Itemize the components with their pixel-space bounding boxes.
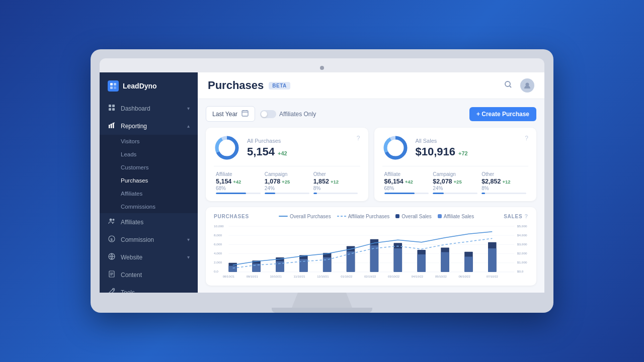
sidebar-item-label-reporting: Reporting — [121, 123, 182, 130]
svg-rect-68 — [370, 245, 379, 272]
svg-rect-0 — [110, 83, 113, 85]
sidebar-logo: LeadDyno — [100, 72, 198, 98]
monitor-base — [272, 308, 372, 313]
beta-badge: BETA — [269, 82, 290, 89]
topbar: Purchases BETA — [198, 72, 544, 99]
sidebar-item-affiliates-sub[interactable]: Affiliates — [100, 187, 198, 200]
dashboard-icon — [108, 104, 116, 113]
sidebar-navigation: Dashboard ▾ Reporting ▴ — [100, 98, 198, 293]
svg-text:0,0: 0,0 — [214, 270, 219, 273]
create-purchase-button[interactable]: + Create Purchase — [469, 107, 536, 121]
sidebar-item-purchases[interactable]: Purchases — [100, 174, 198, 187]
sales-info-icon[interactable]: ? — [525, 135, 528, 142]
affiliates-only-toggle[interactable] — [260, 110, 276, 118]
content-icon — [108, 270, 116, 279]
legend-affiliate-purchases: Affiliate Purchases — [337, 214, 390, 219]
topbar-actions — [502, 78, 534, 93]
search-button[interactable] — [502, 78, 514, 93]
svg-text:$5,000: $5,000 — [517, 225, 527, 227]
affiliates-only-label: Affiliates Only — [279, 111, 316, 118]
sidebar-item-leads[interactable]: Leads — [100, 148, 198, 161]
sidebar-item-commission[interactable]: $ Commission ▾ — [100, 231, 198, 248]
svg-text:$1,000: $1,000 — [517, 261, 527, 264]
sales-other: Other $2,852 +12 8% — [479, 171, 528, 194]
sales-label: All Sales — [416, 138, 468, 144]
commission-icon: $ — [108, 235, 116, 244]
legend-overall-purchases: Overall Purchases — [279, 214, 331, 219]
chevron-down-icon-3: ▾ — [187, 254, 190, 260]
svg-text:06/10/22: 06/10/22 — [459, 276, 470, 278]
affiliates-icon — [108, 218, 116, 226]
sidebar-item-customers[interactable]: Customers — [100, 161, 198, 174]
content-area: Last Year — [198, 99, 544, 293]
purchases-info-icon[interactable]: ? — [357, 135, 360, 142]
calendar-icon — [242, 110, 249, 118]
reporting-icon — [108, 122, 116, 130]
svg-text:04/10/22: 04/10/22 — [412, 276, 423, 278]
page-title-wrap: Purchases BETA — [208, 79, 290, 92]
avatar[interactable] — [520, 78, 534, 93]
filter-bar: Last Year — [206, 106, 536, 122]
sidebar-item-website[interactable]: Website ▾ — [100, 248, 198, 266]
filter-left: Last Year — [206, 106, 316, 122]
website-icon — [108, 253, 116, 261]
svg-text:07/10/22: 07/10/22 — [487, 276, 498, 278]
svg-rect-69 — [394, 248, 403, 272]
svg-rect-70 — [417, 254, 426, 272]
sidebar-item-dashboard[interactable]: Dashboard ▾ — [100, 100, 198, 117]
svg-text:2,000: 2,000 — [214, 261, 222, 264]
svg-rect-62 — [228, 266, 237, 272]
sales-card-top: All Sales $10,916 +72 ? — [382, 135, 529, 161]
purchases-stat-info: All Purchases 5,154 +42 — [247, 138, 287, 158]
purchases-affiliate: Affiliate 5,154 +42 68% — [214, 171, 263, 194]
toggle-knob — [261, 111, 267, 117]
purchases-donut — [214, 135, 240, 161]
sales-stat-card: All Sales $10,916 +72 ? — [374, 128, 537, 201]
svg-text:10,000: 10,000 — [214, 225, 224, 227]
sales-info-icon-chart[interactable]: ? — [524, 213, 528, 219]
sales-delta: +72 — [458, 150, 468, 156]
chart-body: 10,000 8,000 6,000 4,000 2,000 0,0 — [214, 223, 528, 280]
sidebar-item-affiliates[interactable]: Affiliates — [100, 213, 198, 231]
sidebar-item-tools[interactable]: Tools — [100, 284, 198, 293]
chevron-up-icon: ▴ — [187, 123, 190, 129]
monitor-stand — [292, 293, 352, 308]
monitor-screen: LeadDyno Dashboard ▾ — [100, 72, 544, 293]
purchases-card-top: All Purchases 5,154 +42 ? — [214, 135, 360, 161]
sidebar-item-content[interactable]: Content — [100, 266, 198, 284]
sidebar-item-label-commission: Commission — [121, 236, 182, 243]
svg-text:$4,000: $4,000 — [517, 234, 527, 236]
chart-header: PURCHASES Overall Purchases Affiliate Pu… — [214, 213, 528, 219]
logo-text: LeadDyno — [123, 82, 157, 90]
sidebar-item-reporting[interactable]: Reporting ▴ — [100, 117, 198, 135]
sidebar-item-label-content: Content — [121, 272, 190, 279]
date-range-label: Last Year — [212, 111, 237, 118]
affiliates-only-toggle-wrap: Affiliates Only — [260, 110, 316, 118]
sidebar: LeadDyno Dashboard ▾ — [100, 72, 198, 293]
svg-point-11 — [110, 219, 112, 221]
sidebar-item-visitors[interactable]: Visitors — [100, 135, 198, 148]
tools-icon — [108, 288, 116, 293]
svg-rect-5 — [112, 105, 115, 107]
legend-overall-purchases-line — [279, 216, 288, 217]
purchases-stat-card: All Purchases 5,154 +42 ? — [206, 128, 368, 201]
legend-affiliate-sales: Affiliate Sales — [438, 214, 474, 219]
purchases-breakdown: Affiliate 5,154 +42 68% — [214, 166, 360, 194]
svg-text:01/10/22: 01/10/22 — [341, 276, 352, 278]
svg-text:05/10/22: 05/10/22 — [435, 276, 447, 278]
chevron-down-icon-2: ▾ — [187, 237, 190, 242]
svg-text:4,000: 4,000 — [214, 252, 222, 255]
date-range-selector[interactable]: Last Year — [206, 106, 255, 122]
svg-rect-23 — [242, 111, 248, 116]
sidebar-item-commissions[interactable]: Commissions — [100, 200, 198, 213]
svg-text:02/10/22: 02/10/22 — [364, 276, 376, 278]
svg-text:11/10/21: 11/10/21 — [293, 276, 305, 278]
page-title: Purchases — [208, 79, 264, 92]
sales-breakdown: Affiliate $6,154 +42 68% — [382, 166, 529, 194]
chart-card: PURCHASES Overall Purchases Affiliate Pu… — [206, 207, 536, 286]
chevron-down-icon: ▾ — [187, 106, 190, 111]
chart-purchases-label: PURCHASES — [214, 214, 249, 219]
logo-icon — [108, 80, 119, 92]
sales-value: $10,916 +72 — [416, 145, 468, 158]
purchases-delta: +42 — [278, 150, 287, 156]
